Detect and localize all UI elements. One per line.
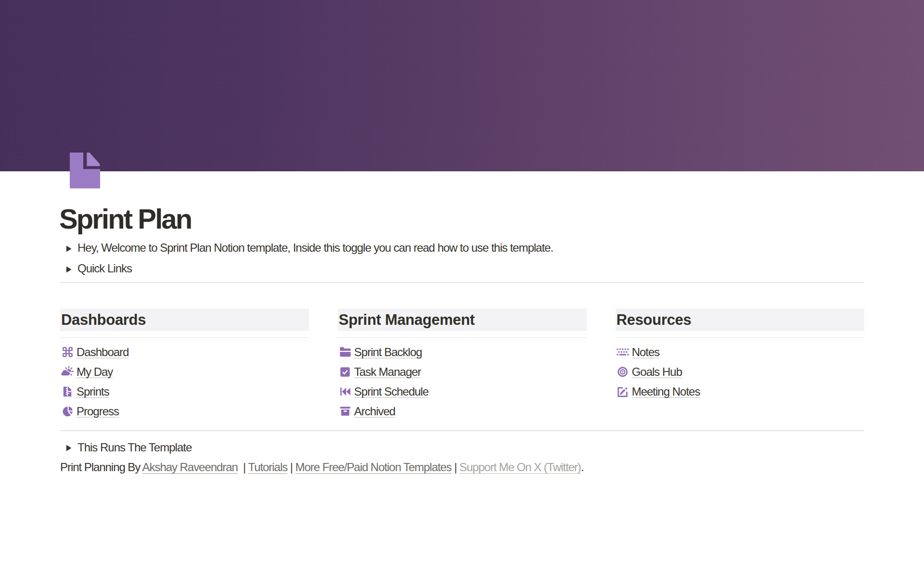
- credits-link-more-free-paid-notion-templates[interactable]: More Free/Paid Notion Templates: [295, 461, 452, 474]
- page-link-sprint-schedule[interactable]: Sprint Schedule: [354, 383, 428, 400]
- target-icon: [616, 363, 629, 381]
- divider: [60, 282, 864, 283]
- credits-link-support-me-on-x-twitter-[interactable]: Support Me On X (Twitter): [459, 461, 581, 474]
- divider: [60, 430, 864, 431]
- divider: [60, 337, 309, 338]
- toggle-triangle-button[interactable]: [60, 439, 77, 456]
- toggle-runs-template: This Runs The Template: [60, 439, 192, 456]
- column-heading-resources: Resources: [616, 308, 864, 331]
- keyboard-icon: [616, 344, 629, 361]
- link-list: Sprint Backlog Task Manager Sprint Sched…: [338, 344, 587, 420]
- page-link-item: Task Manager: [338, 363, 587, 381]
- page-link-task-manager[interactable]: Task Manager: [354, 363, 421, 381]
- column-divider-wrap: [616, 331, 864, 344]
- page-link-item: Meeting Notes: [616, 383, 864, 400]
- page-link-item: Sprints: [60, 383, 309, 400]
- page-link-sprint-backlog[interactable]: Sprint Backlog: [354, 344, 422, 361]
- credits-link-tutorials[interactable]: Tutorials: [248, 461, 287, 474]
- pie-chart-icon: [61, 403, 74, 420]
- toggle-welcome: Hey, Welcome to Sprint Plan Notion templ…: [60, 239, 553, 256]
- rewind-icon: [339, 383, 352, 400]
- page-link-item: Dashboard: [60, 344, 309, 361]
- page-link-notes[interactable]: Notes: [632, 344, 660, 361]
- column-divider-wrap: [60, 331, 309, 344]
- page-link-item: Sprint Schedule: [338, 383, 587, 400]
- checkbox-icon: [339, 363, 352, 381]
- triangle-right-icon: [66, 445, 72, 451]
- link-list: Dashboard My Day Sprints Progress: [60, 344, 309, 420]
- page-link-item: Goals Hub: [616, 363, 864, 381]
- page-link-item: Progress: [60, 403, 309, 420]
- archive-box-icon: [339, 403, 352, 420]
- triangle-right-icon: [66, 245, 72, 252]
- folder-icon: [339, 344, 352, 361]
- edit-square-icon: [616, 383, 629, 400]
- toggle-triangle-button[interactable]: [60, 239, 77, 256]
- divider: [616, 337, 864, 338]
- page-icon-fold: [87, 153, 100, 166]
- separator: |: [451, 461, 459, 474]
- page-icon-body: [70, 153, 100, 189]
- toggle-quick-links: Quick Links: [60, 260, 132, 277]
- credits-link-akshay-raveendran[interactable]: Akshay Raveendran: [142, 461, 238, 474]
- page-link-goals-hub[interactable]: Goals Hub: [632, 363, 682, 381]
- command-icon: [61, 344, 74, 361]
- credits-line: Print Planning By Akshay Raveendran | Tu…: [60, 459, 584, 476]
- document-zip-icon: [61, 383, 74, 400]
- page-link-item: Archived: [338, 403, 587, 420]
- link-column-1: Dashboards Dashboard My Day Sprints Prog…: [60, 308, 309, 423]
- column-heading-dashboards: Dashboards: [60, 308, 309, 331]
- page-link-progress[interactable]: Progress: [77, 403, 119, 420]
- link-columns: Dashboards Dashboard My Day Sprints Prog…: [60, 308, 864, 423]
- page-link-item: My Day: [60, 363, 309, 381]
- page-link-sprints[interactable]: Sprints: [77, 383, 109, 400]
- column-heading-sprint-management: Sprint Management: [338, 308, 587, 331]
- page-link-meeting-notes[interactable]: Meeting Notes: [632, 383, 700, 400]
- toggle-quick-links-label[interactable]: Quick Links: [77, 260, 132, 277]
- page-link-item: Sprint Backlog: [338, 344, 587, 361]
- triangle-right-icon: [66, 266, 72, 273]
- separator: |: [238, 461, 248, 474]
- notion-page: { "page": { "title": "Sprint Plan", "ico…: [0, 0, 924, 577]
- link-column-2: Sprint Management Sprint Backlog Task Ma…: [338, 308, 587, 423]
- cover-image[interactable]: [0, 0, 924, 171]
- page-title[interactable]: Sprint Plan: [59, 202, 191, 236]
- page-link-item: Notes: [616, 344, 864, 361]
- toggle-triangle-button[interactable]: [60, 260, 77, 277]
- credits-suffix: .: [581, 461, 584, 474]
- page-link-archived[interactable]: Archived: [354, 403, 395, 420]
- sun-behind-cloud-icon: [61, 363, 74, 381]
- link-list: Notes Goals Hub Meeting Notes: [616, 344, 864, 400]
- separator: |: [287, 461, 295, 474]
- page-icon[interactable]: [70, 153, 100, 189]
- divider: [338, 337, 587, 338]
- toggle-runs-template-label[interactable]: This Runs The Template: [77, 439, 192, 456]
- page-link-dashboard[interactable]: Dashboard: [77, 344, 128, 361]
- page-link-my-day[interactable]: My Day: [77, 363, 113, 381]
- column-divider-wrap: [338, 331, 587, 344]
- link-column-3: Resources Notes Goals Hub Meeting Notes: [616, 308, 864, 423]
- toggle-welcome-label[interactable]: Hey, Welcome to Sprint Plan Notion templ…: [77, 239, 553, 256]
- credits-prefix: Print Planning By: [60, 461, 142, 474]
